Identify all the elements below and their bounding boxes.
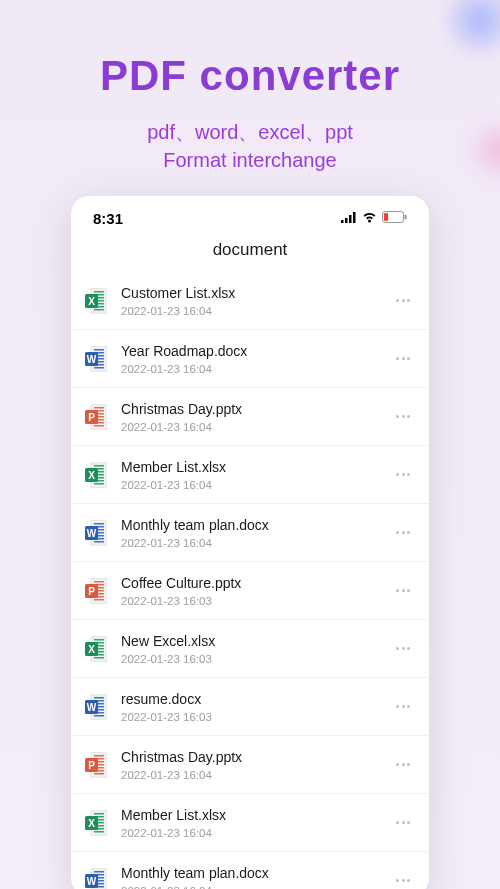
file-info: Christmas Day.pptx2022-01-23 16:04 [121,748,377,780]
hero-section: PDF converter pdf、word、excel、ppt Format … [0,0,500,174]
status-bar: 8:31 [71,196,429,234]
svg-rect-5 [405,215,407,220]
more-dots-icon [396,879,410,882]
svg-rect-8 [94,291,104,293]
svg-rect-3 [353,212,356,223]
svg-rect-38 [94,465,104,467]
excel-file-icon: X [85,810,107,836]
file-info: Christmas Day.pptx2022-01-23 16:04 [121,400,377,432]
svg-rect-74 [94,657,104,659]
more-dots-icon [396,357,410,360]
background-decoration [440,0,500,60]
file-row[interactable]: P Coffee Culture.pptx2022-01-23 16:03 [71,562,429,620]
file-row[interactable]: X Customer List.xlsx2022-01-23 16:04 [71,272,429,330]
excel-file-icon: X [85,636,107,662]
file-row[interactable]: P Christmas Day.pptx2022-01-23 16:04 [71,736,429,794]
file-name: Monthly team plan.docx [121,516,377,534]
word-file-icon: W [85,868,107,890]
more-options-button[interactable] [391,811,415,835]
more-dots-icon [396,705,410,708]
svg-text:W: W [87,354,97,365]
file-name: Christmas Day.pptx [121,748,377,766]
svg-text:W: W [87,876,97,887]
more-dots-icon [396,299,410,302]
svg-rect-78 [94,697,104,699]
file-row[interactable]: W Monthly team plan.docx2022-01-23 16:04 [71,852,429,889]
more-options-button[interactable] [391,463,415,487]
file-row[interactable]: W Year Roadmap.docx2022-01-23 16:04 [71,330,429,388]
svg-rect-18 [94,349,104,351]
svg-text:P: P [88,412,95,423]
file-info: Customer List.xlsx2022-01-23 16:04 [121,284,377,316]
file-date: 2022-01-23 16:04 [121,363,377,375]
ppt-file-icon: P [85,404,107,430]
more-options-button[interactable] [391,695,415,719]
more-options-button[interactable] [391,405,415,429]
file-name: Coffee Culture.pptx [121,574,377,592]
file-date: 2022-01-23 16:04 [121,305,377,317]
file-row[interactable]: X Member List.xlsx2022-01-23 16:04 [71,446,429,504]
svg-rect-24 [94,367,104,369]
file-date: 2022-01-23 16:03 [121,711,377,723]
file-date: 2022-01-23 16:04 [121,479,377,491]
word-file-icon: W [85,520,107,546]
word-file-icon: W [85,346,107,372]
svg-text:X: X [88,818,95,829]
file-date: 2022-01-23 16:04 [121,769,377,781]
svg-rect-0 [341,220,344,223]
more-options-button[interactable] [391,869,415,890]
svg-rect-28 [94,407,104,409]
file-row[interactable]: X Member List.xlsx2022-01-23 16:04 [71,794,429,852]
svg-text:W: W [87,702,97,713]
hero-subtitle-line2: Format interchange [163,149,336,171]
svg-rect-94 [94,773,104,775]
status-time: 8:31 [93,210,123,227]
svg-rect-88 [94,755,104,757]
file-info: Monthly team plan.docx2022-01-23 16:04 [121,516,377,548]
signal-icon [341,209,357,227]
svg-rect-44 [94,483,104,485]
more-options-button[interactable] [391,579,415,603]
phone-mockup: 8:31 document X Customer List.xlsx2022-0… [71,196,429,889]
ppt-file-icon: P [85,752,107,778]
svg-rect-6 [384,213,388,221]
file-info: New Excel.xlsx2022-01-23 16:03 [121,632,377,664]
file-date: 2022-01-23 16:04 [121,827,377,839]
background-decoration-2 [470,120,500,180]
more-options-button[interactable] [391,637,415,661]
more-dots-icon [396,531,410,534]
file-row[interactable]: P Christmas Day.pptx2022-01-23 16:04 [71,388,429,446]
more-options-button[interactable] [391,347,415,371]
svg-rect-34 [94,425,104,427]
more-options-button[interactable] [391,521,415,545]
ppt-file-icon: P [85,578,107,604]
svg-text:P: P [88,586,95,597]
svg-rect-14 [94,309,104,311]
svg-rect-1 [345,218,348,223]
screen-title: document [71,234,429,272]
excel-file-icon: X [85,462,107,488]
file-row[interactable]: W Monthly team plan.docx2022-01-23 16:04 [71,504,429,562]
file-date: 2022-01-23 16:03 [121,595,377,607]
svg-rect-48 [94,523,104,525]
file-date: 2022-01-23 16:04 [121,421,377,433]
battery-icon [382,209,407,227]
svg-rect-108 [94,871,104,873]
more-dots-icon [396,415,410,418]
file-name: Monthly team plan.docx [121,864,377,882]
file-row[interactable]: W resume.docx2022-01-23 16:03 [71,678,429,736]
file-name: New Excel.xlsx [121,632,377,650]
file-date: 2022-01-23 16:04 [121,537,377,549]
more-dots-icon [396,647,410,650]
svg-rect-98 [94,813,104,815]
svg-rect-68 [94,639,104,641]
more-options-button[interactable] [391,289,415,313]
word-file-icon: W [85,694,107,720]
hero-subtitle-line1: pdf、word、excel、ppt [147,121,353,143]
svg-rect-104 [94,831,104,833]
file-info: Year Roadmap.docx2022-01-23 16:04 [121,342,377,374]
file-info: Member List.xlsx2022-01-23 16:04 [121,458,377,490]
file-list[interactable]: X Customer List.xlsx2022-01-23 16:04 W Y… [71,272,429,889]
file-row[interactable]: X New Excel.xlsx2022-01-23 16:03 [71,620,429,678]
more-options-button[interactable] [391,753,415,777]
